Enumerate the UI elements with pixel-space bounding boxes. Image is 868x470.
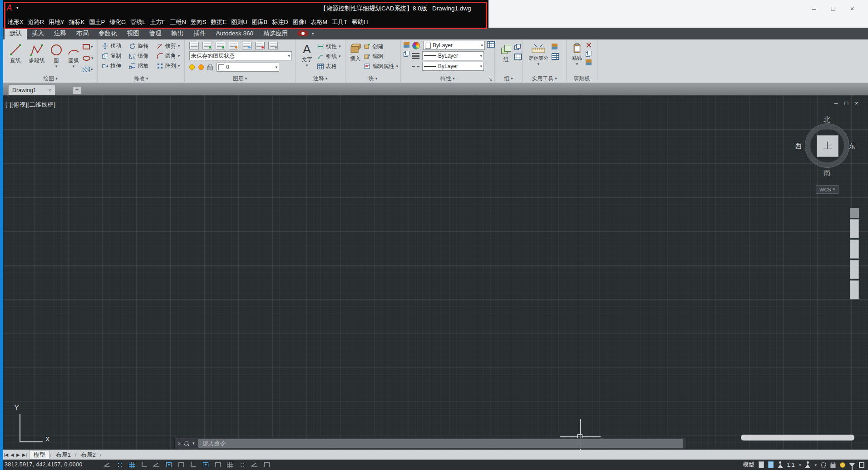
annotation-scale-dropdown-icon[interactable]: ▾ <box>799 463 801 467</box>
layout-nav-last-icon[interactable]: ▶| <box>22 452 27 457</box>
panel-label-layers[interactable]: 图层▾ <box>185 74 295 83</box>
palette-collapse-button[interactable] <box>850 208 859 218</box>
layout-nav-first-icon[interactable]: |◀ <box>4 452 8 457</box>
move-button[interactable]: 移动 <box>100 41 128 51</box>
horizontal-scrollbar[interactable] <box>741 435 854 441</box>
viewcube-top-face[interactable]: 上 <box>817 135 838 157</box>
paste-flyout-icon[interactable]: ▾ <box>576 62 578 66</box>
filter-icon[interactable] <box>849 463 855 467</box>
dynamic-input-toggle-icon[interactable] <box>201 461 211 469</box>
ribbon-tab-annotate[interactable]: 注释 <box>49 28 71 39</box>
palette-tab[interactable] <box>850 240 859 259</box>
doc-restore-icon[interactable]: □ <box>844 100 848 107</box>
tab-layout1[interactable]: 布局1 <box>52 450 75 459</box>
palette-tab[interactable] <box>850 280 859 299</box>
file-tab-drawing1[interactable]: Drawing1 × <box>8 84 55 95</box>
circle-flyout-icon[interactable]: ▾ <box>55 64 58 69</box>
menu-index[interactable]: 指标K <box>67 18 87 26</box>
menu-3d[interactable]: 三维N <box>168 18 188 26</box>
text-button[interactable]: A 文字 ▾ <box>298 40 316 73</box>
measure-flyout-icon[interactable]: ▾ <box>538 62 540 66</box>
dynamic-ucs-toggle-icon[interactable] <box>188 461 198 469</box>
drawing-quick-view-icon[interactable] <box>768 461 774 468</box>
layout-quick-view-icon[interactable] <box>759 461 764 468</box>
viewport-visual-style-control[interactable]: [二维线框] <box>27 101 55 108</box>
ribbon-tab-view[interactable]: 视图 <box>122 28 144 39</box>
layer-lock-icon[interactable] <box>242 42 252 49</box>
menu-help[interactable]: 帮助H <box>350 18 370 26</box>
mirror-button[interactable]: 镜像 <box>128 51 155 61</box>
measure-button[interactable]: 定距等分 ▾ <box>525 41 552 73</box>
ribbon-tab-featured[interactable]: 精选应用 <box>258 28 293 39</box>
combo-dropdown-icon[interactable]: ▾ <box>286 54 290 58</box>
layer-isolate-icon[interactable] <box>229 42 238 49</box>
workspace-gear-icon[interactable] <box>821 462 826 468</box>
panel-label-utilities[interactable]: 实用工具▾ <box>523 74 566 83</box>
ribbon-tab-home[interactable]: 默认 <box>5 28 27 39</box>
ribbon-tab-addins[interactable]: 插件 <box>189 28 211 39</box>
array-flyout-icon[interactable]: ▾ <box>178 64 180 68</box>
menu-image[interactable]: 图像I <box>291 18 309 26</box>
scale-button[interactable]: 缩放 <box>128 61 155 71</box>
rectangle-flyout-button[interactable]: ▾ <box>83 41 94 52</box>
layer-on-icon[interactable] <box>202 42 212 49</box>
menu-dimension[interactable]: 标注D <box>270 18 290 26</box>
panel-label-groups[interactable]: 组▾ <box>495 74 522 83</box>
viewport-view-control[interactable]: [俯视] <box>11 101 27 108</box>
annotation-monitor-toggle-icon[interactable] <box>250 461 260 469</box>
cut-icon[interactable] <box>586 42 592 48</box>
menu-greening[interactable]: 绿化G <box>107 18 128 26</box>
stretch-button[interactable]: 拉伸 <box>100 61 128 71</box>
paste-button[interactable]: 粘贴 ▾ <box>568 40 586 73</box>
autocad-logo-icon[interactable]: A <box>6 3 12 13</box>
rotate-button[interactable]: 旋转 <box>128 41 155 51</box>
palette-tab[interactable] <box>850 219 859 238</box>
lineweight-combo[interactable]: ByLayer ▾ <box>422 51 484 60</box>
doc-minimize-icon[interactable]: – <box>834 100 838 107</box>
panel-label-annotation[interactable]: 注释▾ <box>296 74 345 83</box>
properties-list-icon[interactable] <box>487 41 495 48</box>
menu-table[interactable]: 表格M <box>308 18 330 26</box>
viewcube-east-label[interactable]: 东 <box>848 142 855 151</box>
palette-tab[interactable] <box>850 260 859 279</box>
menu-data[interactable]: 数据E <box>208 18 229 26</box>
menu-landuse[interactable]: 用地Y <box>46 18 67 26</box>
viewcube[interactable]: 上 <box>804 122 851 169</box>
layer-match-icon[interactable] <box>268 42 278 49</box>
model-space-indicator[interactable]: 模型 <box>743 461 755 469</box>
polyline-button[interactable]: 多段线 <box>25 41 48 74</box>
text-flyout-icon[interactable]: ▾ <box>306 64 308 68</box>
layer-off-icon[interactable] <box>255 42 265 49</box>
color-wheel-icon[interactable] <box>412 42 420 49</box>
layer-sun-icon[interactable] <box>198 64 204 70</box>
viewport-menu-control[interactable]: [-] <box>5 101 11 108</box>
ribbon-options-dropdown-icon[interactable]: ▾ <box>312 28 314 39</box>
viewcube-west-label[interactable]: 西 <box>795 142 802 151</box>
panel-label-draw[interactable]: 绘图▾ <box>4 74 97 83</box>
fillet-button[interactable]: 圆角▾ <box>155 51 182 61</box>
line-button[interactable]: 直线 <box>5 41 25 74</box>
copy-button[interactable]: 复制 <box>100 51 128 61</box>
clean-screen-icon[interactable] <box>859 462 864 468</box>
ribbon-tab-output[interactable]: 输出 <box>167 28 189 39</box>
layer-properties-icon[interactable] <box>189 42 199 49</box>
object-snap-toggle-icon[interactable] <box>164 461 174 469</box>
close-button[interactable]: × <box>843 1 862 15</box>
command-input[interactable]: 键入命令 <box>198 439 683 448</box>
quick-calc-icon[interactable] <box>552 53 559 60</box>
panel-label-properties[interactable]: 特性▾ ↘ <box>401 74 494 83</box>
annotation-scale-value[interactable]: 1:1 <box>787 462 795 468</box>
polar-tracking-toggle-icon[interactable] <box>152 461 162 469</box>
menu-vertical[interactable]: 竖向S <box>188 18 209 26</box>
isolate-objects-icon[interactable] <box>840 462 845 468</box>
snap-mode-toggle-icon[interactable] <box>115 461 125 469</box>
edit-attributes-button[interactable]: 编辑属性▾ <box>362 61 399 71</box>
menu-terrain[interactable]: 地形X <box>5 18 26 26</box>
layer-padlock-icon[interactable] <box>207 66 213 70</box>
quick-properties-toggle-icon[interactable] <box>262 461 272 469</box>
arc-button[interactable]: 圆弧 ▾ <box>64 41 83 74</box>
viewcube-north-label[interactable]: 北 <box>824 115 830 124</box>
panel-label-clipboard[interactable]: 剪贴板 <box>567 74 597 83</box>
edit-block-button[interactable]: 编辑 <box>362 51 399 61</box>
circle-button[interactable]: 圆 ▾ <box>48 41 64 74</box>
